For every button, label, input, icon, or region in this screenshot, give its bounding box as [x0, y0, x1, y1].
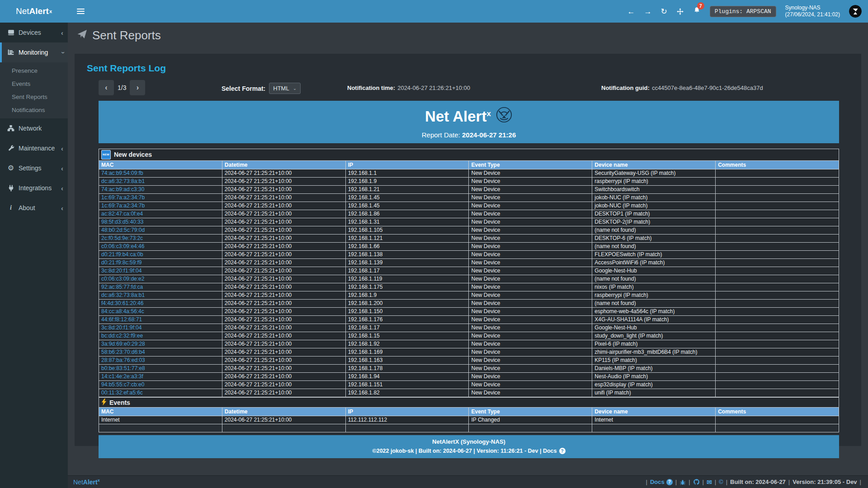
box-title: Sent Reports Log [75, 54, 861, 74]
event-type-cell: New Device [469, 340, 592, 348]
table-header-row: MACDatetimeIPEvent TypeDevice nameCommen… [99, 408, 839, 416]
docs-link[interactable]: Docs? [650, 479, 673, 485]
mac-cell: d0:21:f9:8c:59:f9 [99, 259, 222, 267]
mac-link[interactable]: dc:a6:32:73:8a:b1 [101, 178, 145, 184]
back-icon[interactable]: ← [627, 8, 635, 15]
mac-cell: 2c:f0:5d:9e:73:2c [99, 235, 222, 243]
notification-count-badge: 7 [697, 2, 704, 9]
datetime-cell: 2024-06-27 21:25:21+10:00 [222, 357, 345, 365]
mac-link[interactable]: 3a:9d:69:e0:29:28 [101, 341, 145, 347]
mac-link[interactable]: 74:ac:b9:ad:c3:30 [101, 186, 144, 192]
mac-link[interactable]: ac:82:47:ca:0f:e4 [101, 211, 143, 217]
mac-link[interactable]: 92:ac:85:77:fd:ca [101, 284, 143, 290]
github-icon[interactable] [693, 479, 700, 485]
format-select[interactable]: HTML ⌄ [269, 83, 301, 94]
mac-link[interactable]: d0:21:f9:8c:59:f9 [101, 259, 142, 266]
chevron-left-icon: ‹ [61, 204, 63, 212]
mac-link[interactable]: 3c:8d:20:f1:9f:04 [101, 324, 142, 331]
mac-link[interactable]: 3c:8d:20:f1:9f:04 [101, 267, 142, 274]
sidebar-item-monitoring[interactable]: Monitoring ‹ [0, 42, 68, 62]
mac-link[interactable]: b0:be:83:51:77:e8 [101, 365, 145, 371]
event-type-cell: New Device [469, 365, 592, 373]
sidebar-item-notifications[interactable]: Notifications [0, 103, 68, 117]
mac-link[interactable]: 58:b6:23:70:d6:b4 [101, 349, 145, 355]
event-type-cell [469, 424, 592, 432]
comments-cell [716, 365, 839, 373]
ip-cell: 192.168.1.9 [345, 178, 469, 186]
copyright-icon[interactable]: © [719, 479, 723, 485]
mac-link[interactable]: 98:5f:d3:d5:40:33 [101, 219, 143, 225]
datetime-cell: 2024-06-27 21:25:21+10:00 [222, 389, 345, 397]
mac-link[interactable]: c0:06:c3:09:de:e2 [101, 276, 144, 282]
sidebar-item-integrations[interactable]: Integrations ‹ [0, 178, 68, 198]
sidebar-item-label: Monitoring [19, 49, 61, 56]
mac-cell: 1c:69:7a:a2:34:7b [99, 202, 222, 210]
wrench-icon [6, 145, 15, 152]
email-icon[interactable]: ✉ [707, 479, 712, 486]
move-icon[interactable] [676, 8, 684, 15]
sidebar-item-label: About [19, 204, 61, 211]
device-name-cell: FLEXPOESwitch (IP match) [592, 251, 716, 259]
ip-cell: 192.168.1.175 [345, 283, 469, 291]
table-row: b0:be:83:51:77:e82024-06-27 21:25:21+10:… [99, 365, 839, 373]
mac-cell: f4:4d:30:61:20:46 [99, 300, 222, 308]
sidebar-item-sent-reports[interactable]: Sent Reports [0, 90, 68, 103]
hamburger-menu-icon[interactable] [71, 0, 90, 23]
prev-page-button[interactable]: ‹ [99, 80, 114, 95]
sidebar-item-about[interactable]: i About ‹ [0, 198, 68, 218]
user-avatar[interactable] [849, 5, 862, 18]
report-footer-meta: ©2022 jokob-sk | Built on: 2024-06-27 | … [99, 448, 839, 454]
table-row: ac:82:47:ca:0f:e42024-06-27 21:25:21+10:… [99, 210, 839, 218]
mac-link[interactable]: 1c:69:7a:a2:34:7b [101, 194, 145, 201]
mac-link[interactable]: 74:ac:b9:54:09:fb [101, 170, 143, 176]
event-type-cell: New Device [469, 300, 592, 308]
mac-link[interactable]: 14:c1:4e:2e:a3:3f [101, 373, 143, 380]
device-name-cell: (name not found) [592, 275, 716, 283]
lightning-icon [101, 399, 107, 407]
sidebar-item-events[interactable]: Events [0, 77, 68, 90]
mac-cell: 48:b0:2d:5c:79:0d [99, 226, 222, 235]
table-row: dc:a6:32:73:8a:b12024-06-27 21:25:21+10:… [99, 178, 839, 186]
bug-report-icon[interactable] [679, 479, 686, 485]
ip-cell: 192.168.1.66 [345, 243, 469, 251]
mac-link[interactable]: 94:b5:55:c7:cb:e0 [101, 381, 144, 388]
app-logo[interactable]: NetAlertx [0, 0, 68, 23]
mac-link[interactable]: f4:4d:30:61:20:46 [101, 300, 143, 306]
datetime-cell: 2024-06-27 21:25:21+10:00 [222, 332, 345, 340]
notifications-bell-icon[interactable]: 7 [693, 6, 701, 16]
page-header: Sent Reports [68, 23, 868, 48]
mac-cell: 74:ac:b9:ad:c3:30 [99, 186, 222, 194]
mac-link[interactable]: 44:6f:f8:12:68:71 [101, 316, 142, 323]
mac-link[interactable]: 2c:f0:5d:9e:73:2c [101, 235, 143, 241]
mac-link[interactable]: 28:87:ba:76:ed:03 [101, 357, 145, 363]
sent-reports-box: Sent Reports Log ‹ 1/3 › Select Format: … [75, 54, 861, 446]
sidebar-item-maintenance[interactable]: Maintenance ‹ [0, 138, 68, 158]
refresh-icon[interactable]: ↻ [660, 8, 667, 15]
sidebar-item-presence[interactable]: Presence [0, 64, 68, 77]
mac-link[interactable]: 00:11:32:ef:a5:6c [101, 389, 143, 396]
event-type-cell: New Device [469, 381, 592, 389]
event-type-cell: New Device [469, 243, 592, 251]
comments-cell [716, 259, 839, 267]
next-page-button[interactable]: › [130, 80, 145, 95]
mac-cell: ac:82:47:ca:0f:e4 [99, 210, 222, 218]
event-type-cell: New Device [469, 373, 592, 381]
mac-link[interactable]: 48:b0:2d:5c:79:0d [101, 227, 145, 233]
plugins-status-chip[interactable]: Plugins: ARPSCAN [710, 6, 776, 17]
mac-link[interactable]: dc:a6:32:73:8a:b1 [101, 292, 145, 298]
mac-link[interactable]: 1c:69:7a:a2:34:7b [101, 202, 145, 209]
mac-link[interactable]: d0:21:f9:b4:ca:0b [101, 251, 143, 258]
event-type-cell: New Device [469, 251, 592, 259]
footer-version: Version: 21:39:05 - Dev [793, 479, 857, 485]
question-circle-icon[interactable]: ? [559, 448, 566, 454]
sidebar-item-network[interactable]: Network [0, 118, 68, 138]
footer-logo[interactable]: NetAlertx [73, 478, 100, 486]
notification-time: Notification time:2024-06-27 21:26:21+10… [347, 84, 470, 91]
mac-link[interactable]: bc:dd:c2:32:f9:ee [101, 333, 143, 339]
mac-link[interactable]: c0:06:c3:09:e4:46 [101, 243, 144, 249]
forward-icon[interactable]: → [644, 8, 651, 15]
sidebar-item-devices[interactable]: Devices ‹ [0, 23, 68, 42]
mac-link[interactable]: 84:cc:a8:4a:56:4c [101, 308, 144, 314]
sidebar-item-settings[interactable]: ⚙ Settings ‹ [0, 158, 68, 178]
comments-cell [716, 275, 839, 283]
